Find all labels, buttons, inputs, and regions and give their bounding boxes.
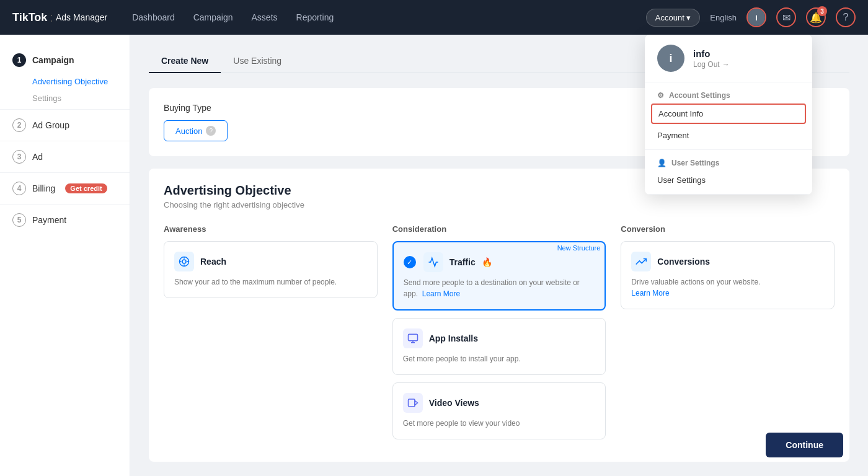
user-settings-item[interactable]: User Settings	[645, 170, 812, 190]
logout-button[interactable]: Log Out →	[693, 60, 730, 69]
dropdown-user-name: info	[693, 48, 730, 59]
user-settings-section: 👤 User Settings User Settings	[645, 150, 812, 195]
account-info-item[interactable]: Account Info	[651, 104, 806, 124]
account-dropdown-menu: i info Log Out → ⚙ Account Settings Acco…	[645, 35, 812, 195]
dropdown-avatar: i	[657, 45, 684, 72]
settings-icon: ⚙	[657, 91, 664, 100]
account-settings-title: ⚙ Account Settings	[645, 86, 812, 102]
logout-icon: →	[722, 60, 730, 69]
account-settings-section: ⚙ Account Settings Account Info Payment	[645, 82, 812, 150]
dropdown-header: i info Log Out →	[645, 35, 812, 82]
payment-item[interactable]: Payment	[645, 125, 812, 146]
user-icon: 👤	[657, 159, 666, 167]
user-settings-title: 👤 User Settings	[645, 154, 812, 170]
